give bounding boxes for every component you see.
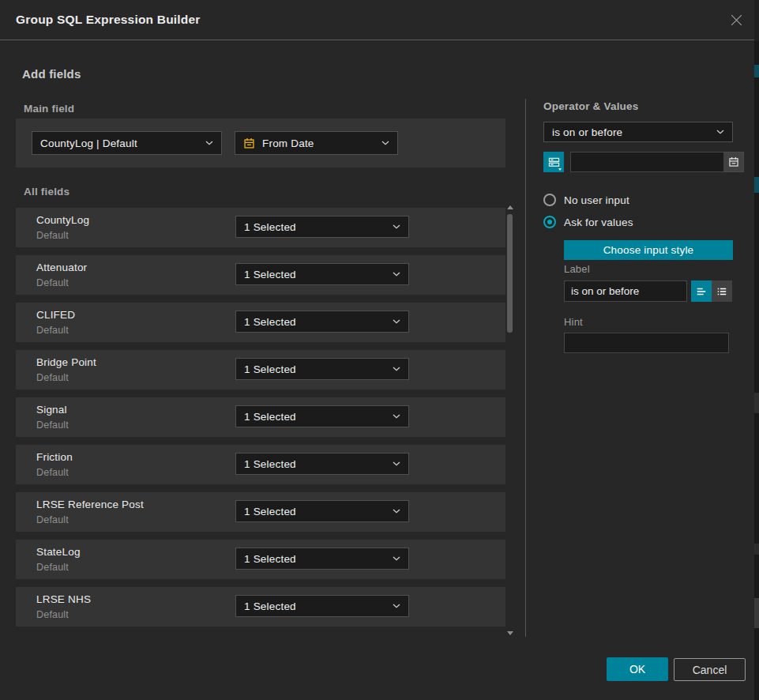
all-fields-list: CountyLog Default 1 Selected Attenuator … xyxy=(16,208,505,634)
field-row: StateLog Default 1 Selected xyxy=(16,540,505,579)
value-input-row xyxy=(543,152,733,172)
operator-dropdown[interactable]: is on or before xyxy=(543,122,733,142)
label-style-toggle xyxy=(691,280,732,302)
add-fields-heading: Add fields xyxy=(22,67,81,81)
field-selection-dropdown[interactable]: 1 Selected xyxy=(235,595,409,617)
input-type-button[interactable] xyxy=(543,152,564,172)
app-background-edge xyxy=(754,598,759,628)
group-sql-expression-builder-dialog: Group SQL Expression Builder Add fields … xyxy=(0,0,754,700)
close-icon[interactable] xyxy=(729,13,744,28)
fields-scrollbar[interactable] xyxy=(506,204,513,637)
scrollbar-thumb[interactable] xyxy=(507,214,513,333)
radio-ask-for-values[interactable]: Ask for values xyxy=(543,216,633,228)
column-divider xyxy=(525,99,526,637)
chevron-down-icon xyxy=(393,272,400,277)
field-name: LRSE Reference Post xyxy=(36,499,144,510)
main-field-field-value: From Date xyxy=(262,137,314,149)
radio-no-user-input[interactable]: No user input xyxy=(543,194,629,206)
chevron-down-icon xyxy=(381,141,389,145)
field-name: LRSE NHS xyxy=(36,593,91,605)
field-sublabel: Default xyxy=(36,372,69,383)
field-name: StateLog xyxy=(36,546,81,558)
main-field-field-dropdown[interactable]: From Date xyxy=(235,131,398,155)
field-row: Signal Default 1 Selected xyxy=(16,397,505,437)
label-input-row xyxy=(564,280,733,302)
chevron-down-icon xyxy=(393,367,400,371)
field-selection-dropdown[interactable]: 1 Selected xyxy=(235,548,409,570)
field-selection-dropdown[interactable]: 1 Selected xyxy=(235,310,409,333)
field-selection-dropdown[interactable]: 1 Selected xyxy=(235,500,409,522)
field-name: Signal xyxy=(36,404,67,416)
app-background-edge xyxy=(754,0,759,41)
field-name: CLIFED xyxy=(36,309,75,321)
field-row: CLIFED Default 1 Selected xyxy=(16,303,505,342)
field-selection-dropdown[interactable]: 1 Selected xyxy=(235,263,409,285)
align-left-icon xyxy=(696,286,707,297)
main-field-label: Main field xyxy=(24,103,74,115)
chevron-down-icon xyxy=(393,224,400,229)
field-name: Attenuator xyxy=(36,262,87,273)
field-row: LRSE NHS Default 1 Selected xyxy=(16,587,505,627)
list-style-button[interactable] xyxy=(712,280,732,302)
field-sublabel: Default xyxy=(36,277,69,288)
scrollbar-up-arrow[interactable] xyxy=(507,205,513,209)
label-input[interactable] xyxy=(564,280,687,302)
field-sublabel: Default xyxy=(36,514,69,525)
chevron-down-icon xyxy=(393,414,400,419)
main-field-layer-dropdown[interactable]: CountyLog | Default xyxy=(32,131,222,155)
cancel-button[interactable]: Cancel xyxy=(674,658,746,681)
dialog-titlebar: Group SQL Expression Builder xyxy=(0,0,754,40)
field-sublabel: Default xyxy=(36,325,69,336)
app-background-edge xyxy=(754,65,759,77)
app-background-edge xyxy=(754,177,759,193)
radio-label: Ask for values xyxy=(564,216,633,228)
field-selection-value: 1 Selected xyxy=(244,553,296,565)
operator-value: is on or before xyxy=(552,126,622,138)
chevron-down-icon xyxy=(716,130,724,134)
field-row: CountyLog Default 1 Selected xyxy=(16,208,505,247)
date-picker-button[interactable] xyxy=(723,152,744,172)
field-name: Friction xyxy=(36,451,73,463)
hint-input[interactable] xyxy=(564,333,729,353)
field-row: Attenuator Default 1 Selected xyxy=(16,255,505,295)
app-background-edge xyxy=(754,544,759,555)
caret-down-icon xyxy=(558,168,562,171)
field-selection-value: 1 Selected xyxy=(244,458,296,470)
radio-label: No user input xyxy=(564,194,629,206)
field-row: Bridge Point Default 1 Selected xyxy=(16,350,505,390)
field-selection-value: 1 Selected xyxy=(244,506,296,517)
chevron-down-icon xyxy=(393,604,400,608)
field-sublabel: Default xyxy=(36,609,69,620)
main-field-layer-value: CountyLog | Default xyxy=(40,137,137,149)
scrollbar-down-arrow[interactable] xyxy=(507,631,513,635)
field-selection-dropdown[interactable]: 1 Selected xyxy=(235,358,409,380)
field-sublabel: Default xyxy=(36,562,69,573)
field-selection-value: 1 Selected xyxy=(244,411,296,423)
operator-values-heading: Operator & Values xyxy=(543,100,638,112)
single-line-style-button[interactable] xyxy=(691,280,712,302)
field-selection-dropdown[interactable]: 1 Selected xyxy=(235,453,409,475)
dialog-title: Group SQL Expression Builder xyxy=(16,13,201,27)
chevron-down-icon xyxy=(393,556,400,561)
field-selection-value: 1 Selected xyxy=(244,316,296,328)
app-background-edge xyxy=(754,393,759,413)
field-selection-value: 1 Selected xyxy=(244,363,296,375)
main-field-panel: CountyLog | Default From Date xyxy=(16,119,505,167)
chevron-down-icon xyxy=(393,319,400,324)
chevron-down-icon xyxy=(205,141,213,145)
list-icon xyxy=(716,286,727,297)
radio-circle-checked xyxy=(543,216,556,228)
label-field-label: Label xyxy=(564,263,590,275)
field-name: CountyLog xyxy=(36,214,89,226)
field-selection-dropdown[interactable]: 1 Selected xyxy=(235,405,409,427)
value-input[interactable] xyxy=(570,152,723,172)
field-selection-value: 1 Selected xyxy=(244,600,296,612)
field-sublabel: Default xyxy=(36,420,69,431)
field-row: Friction Default 1 Selected xyxy=(16,445,505,484)
field-selection-value: 1 Selected xyxy=(244,221,296,233)
calendar-icon xyxy=(728,156,739,167)
field-selection-value: 1 Selected xyxy=(244,269,296,280)
ok-button[interactable]: OK xyxy=(607,657,668,681)
field-selection-dropdown[interactable]: 1 Selected xyxy=(235,216,409,238)
choose-input-style-button[interactable]: Choose input style xyxy=(564,240,733,260)
